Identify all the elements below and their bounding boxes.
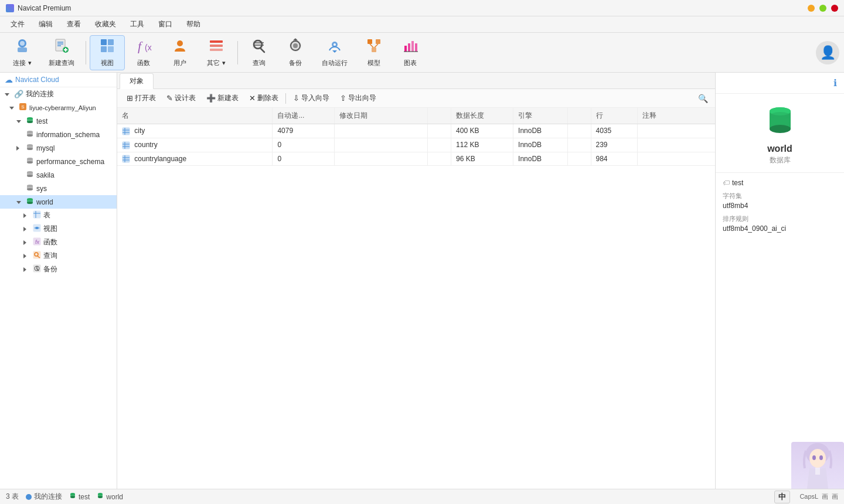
open-table-button[interactable]: ⊞ 打开表	[122, 92, 161, 104]
svg-rect-33	[372, 47, 376, 52]
toolbar-view-button[interactable]: 视图	[90, 35, 125, 70]
collation-label: 排序规则	[723, 214, 837, 223]
funcs-label: 函数	[43, 237, 57, 247]
table-row-icon	[122, 127, 132, 135]
db2-icon	[97, 492, 104, 501]
toolbar-other-button[interactable]: 其它 ▾	[199, 35, 234, 70]
sakila-db-label: sakila	[36, 171, 55, 179]
info-schema-label: information_schema	[36, 131, 100, 139]
sidebar-db-information-schema[interactable]: information_schema	[0, 128, 117, 141]
db1-label: test	[79, 493, 90, 501]
new-table-label: 新建表	[217, 93, 239, 103]
col-auto-inc[interactable]: 自动递...	[273, 108, 335, 124]
col-data-size[interactable]: 数据长度	[451, 108, 513, 124]
export-wizard-button[interactable]: ⇧ 导出向导	[335, 92, 381, 104]
menu-file[interactable]: 文件	[5, 18, 30, 30]
svg-point-96	[70, 496, 75, 498]
toolbar-model-button[interactable]: 模型	[356, 35, 392, 70]
row-modified	[335, 138, 428, 152]
test-db-icon	[26, 116, 34, 126]
sidebar-cloud[interactable]: ☁ Navicat Cloud	[0, 73, 117, 87]
col-rows[interactable]: 行	[591, 108, 637, 124]
connection-icon: 🔗	[14, 90, 23, 98]
ime-indicator[interactable]: 中	[774, 491, 790, 503]
sidebar-db-performance-schema[interactable]: performance_schema	[0, 155, 117, 168]
sidebar-world-functions[interactable]: fx 函数	[0, 236, 117, 249]
col-name[interactable]: 名	[117, 108, 273, 124]
user-avatar-button[interactable]: 👤	[816, 41, 839, 64]
col-comment[interactable]: 注释	[637, 108, 715, 124]
objects-table: 名 自动递... 修改日期 数据长度 引擎 行 注释	[117, 108, 715, 166]
sidebar-server[interactable]: S liyue-cyberarmy_Aliyun	[0, 101, 117, 114]
toolbar-chart-button[interactable]: 图表	[393, 35, 428, 70]
menu-help[interactable]: 帮助	[181, 18, 206, 30]
sidebar-db-test[interactable]: test	[0, 114, 117, 128]
sidebar-world-backups[interactable]: 备份	[0, 263, 117, 276]
sidebar-world-views[interactable]: 视图	[0, 222, 117, 236]
app-title: Navicat Premium	[6, 4, 71, 12]
svg-point-68	[36, 227, 38, 229]
design-table-button[interactable]: ✎ 设计表	[162, 92, 200, 104]
toolbar-query-button[interactable]: 查询	[241, 35, 277, 70]
minimize-button[interactable]	[808, 5, 815, 12]
tables-label: 表	[43, 210, 50, 220]
server-icon: S	[19, 103, 27, 113]
col-modified[interactable]: 修改日期	[335, 108, 428, 124]
sidebar-my-connection[interactable]: 🔗 我的连接	[0, 87, 117, 101]
svg-point-30	[333, 43, 336, 46]
toolbar-connect-button[interactable]: 连接 ▾	[5, 35, 40, 70]
row-data-size: 96 KB	[451, 152, 513, 166]
delete-table-button[interactable]: ✕ 删除表	[244, 92, 283, 104]
toolbar-user-button[interactable]: 用户	[162, 35, 198, 70]
table-body: city 4079 400 KB InnoDB 4035	[117, 124, 715, 166]
perf-schema-label: performance_schema	[36, 158, 104, 166]
table-row[interactable]: city 4079 400 KB InnoDB 4035	[117, 124, 715, 138]
table-row[interactable]: country 0 112 KB InnoDB 239	[117, 138, 715, 152]
table-row[interactable]: countrylanguage 0 96 KB InnoDB 984	[117, 152, 715, 166]
col-engine[interactable]: 引擎	[513, 108, 568, 124]
svg-point-93	[770, 117, 791, 125]
connect-icon	[14, 38, 30, 56]
world-db-icon	[26, 197, 34, 207]
views-expand-icon	[23, 226, 30, 232]
backups-expand-icon	[23, 266, 30, 273]
function-icon: f (x)	[135, 38, 152, 56]
sidebar-world-queries[interactable]: 查询	[0, 249, 117, 263]
toolbar-backup-button[interactable]: 备份	[278, 35, 313, 70]
menu-window[interactable]: 窗口	[152, 18, 178, 30]
menu-tools[interactable]: 工具	[124, 18, 150, 30]
toolbar-function-button[interactable]: f (x) 函数	[126, 35, 161, 70]
anime-char-img	[791, 442, 844, 489]
import-wizard-button[interactable]: ⇩ 导入向导	[288, 92, 334, 104]
toolbar-new-query-button[interactable]: 新建查询	[41, 35, 82, 70]
delete-table-label: 删除表	[257, 93, 278, 103]
svg-rect-76	[122, 128, 130, 135]
new-query-label: 新建查询	[49, 59, 74, 67]
row-engine: InnoDB	[513, 124, 568, 138]
sidebar-db-mysql[interactable]: mysql	[0, 141, 117, 155]
menu-favorites[interactable]: 收藏夹	[89, 18, 122, 30]
tab-objects[interactable]: 对象	[120, 73, 154, 89]
search-button[interactable]: 🔍	[696, 93, 710, 104]
sidebar-db-sakila[interactable]: sakila	[0, 168, 117, 182]
row-auto-inc: 0	[273, 152, 335, 166]
close-button[interactable]	[831, 5, 838, 12]
fullscreen-button[interactable]	[819, 5, 826, 12]
toolbar-autorun-button[interactable]: 自动运行	[314, 35, 355, 70]
main-area: ☁ Navicat Cloud 🔗 我的连接 S liyue-cyberarmy…	[0, 73, 844, 489]
right-panel-db-type: 数据库	[770, 155, 791, 165]
new-table-button[interactable]: ➕ 新建表	[202, 92, 243, 104]
menu-view[interactable]: 查看	[61, 18, 87, 30]
svg-line-34	[370, 44, 373, 47]
user-icon	[172, 38, 188, 56]
sidebar-db-world[interactable]: world	[0, 195, 117, 209]
sidebar-world-tables[interactable]: 表	[0, 209, 117, 222]
design-table-label: 设计表	[175, 93, 196, 103]
content-area: 对象 ⊞ 打开表 ✎ 设计表 ➕ 新建表 ✕ 删除表 ⇩	[117, 73, 715, 489]
sidebar-db-sys[interactable]: sys	[0, 182, 117, 195]
menu-edit[interactable]: 编辑	[33, 18, 59, 30]
queries-icon	[33, 251, 41, 261]
tag-icon: 🏷	[723, 179, 730, 187]
info-icon[interactable]: ℹ	[833, 77, 837, 88]
queries-label: 查询	[43, 251, 57, 261]
